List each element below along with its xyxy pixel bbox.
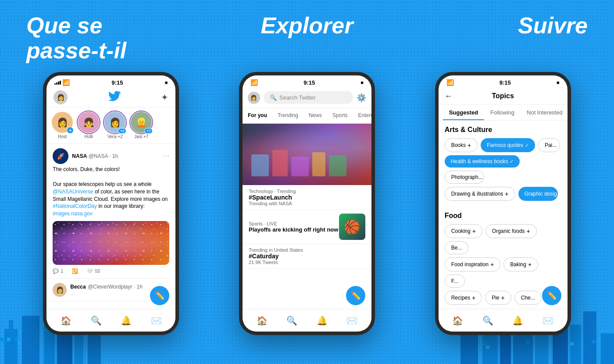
chip-food-inspiration[interactable]: Food inspiration + [445,257,501,271]
chip-health-wellness[interactable]: Health & wellness books ✓ [445,155,520,168]
trending-space-launch[interactable]: Technology · Trending #SpaceLaunch Trend… [243,185,371,210]
trending-caturday[interactable]: Trending in United States #Caturday 21.9… [243,244,371,269]
reply-button[interactable]: 💬 1 [53,268,63,274]
twitter-logo [68,91,161,104]
retweet-button[interactable]: 🔁 [72,268,78,274]
stories-row: 👩 + Host 👧 Holli [46,107,175,144]
chip-recipes[interactable]: Recipes + [445,291,482,305]
trending-playoffs[interactable]: Sports · LIVE Playoffs are kicking off r… [243,210,371,244]
phone-explorer: 📶 9:15 ■ 👩 🔍 Search Twitter ⚙️ For [239,72,375,335]
arts-culture-section: Arts & Culture Books + Famous quotes ✓ P… [439,121,568,207]
chip-organic-foods[interactable]: Organic foods + [485,224,537,238]
status-bar-1: 📶 9:15 ■ [46,75,175,88]
tab-for-you[interactable]: For you [243,108,272,123]
phone-topics: 📶 9:15 ■ ← Topics Suggested Following No… [435,72,571,335]
chip-baking[interactable]: Baking + [503,257,538,271]
profile-avatar[interactable]: 👩 [54,90,68,104]
feed-header: 👩 ✦ [46,88,175,107]
tab-suggested[interactable]: Suggested [443,105,484,120]
section-title-left: Que se passe-t-il [26,13,211,63]
status-bar-2: 📶 9:15 ■ [243,75,371,88]
chip-photography[interactable]: Photograph... [445,171,484,184]
bottom-nav-2: 🏠 🔍 🔔 ✉️ [243,309,371,332]
explorer-avatar[interactable]: 👩 [248,92,260,104]
notifications-nav-2[interactable]: 🔔 [317,315,328,326]
bottom-nav-3: 🏠 🔍 🔔 ✉️ [439,309,568,332]
home-nav-2[interactable]: 🏠 [257,315,268,326]
chip-drawing[interactable]: Drawing & illustrations + [445,187,515,201]
story-jasi[interactable]: 👱 +7 Jasi +7 [131,112,152,139]
chip-painting[interactable]: Pai... [538,138,560,152]
messages-nav-2[interactable]: ✉️ [346,315,357,326]
home-nav-button[interactable]: 🏠 [61,315,71,326]
chip-pie[interactable]: Pie + [485,291,511,305]
tweet-text: The colors, Duke, the colors! Our space … [53,166,169,218]
messages-nav-3[interactable]: ✉️ [543,315,553,326]
topics-tabs: Suggested Following Not Interested [439,105,568,121]
phone-feed: 📶 9:15 ■ 👩 ✦ [43,72,179,335]
like-button[interactable]: 🤍 55 [87,268,100,274]
compose-button-3[interactable]: ✏️ [542,286,561,305]
explorer-search-bar: 👩 🔍 Search Twitter ⚙️ [243,88,371,108]
tab-entertainment[interactable]: Entertai... [353,108,371,123]
tweet-more-button[interactable]: ··· [164,152,169,160]
chip-cheese[interactable]: Che... [514,291,542,305]
notifications-nav-button[interactable]: 🔔 [121,315,132,326]
chip-f[interactable]: F... [445,275,465,288]
tab-trending[interactable]: Trending [272,108,303,123]
notifications-nav-3[interactable]: 🔔 [512,315,523,326]
tweet-actions: 💬 1 🔁 🤍 55 [53,268,169,274]
explorer-tabs: For you Trending News Sports Entertai... [243,108,371,124]
search-nav-button[interactable]: 🔍 [91,315,102,326]
sparkle-icon[interactable]: ✦ [161,92,168,103]
compose-button[interactable]: ✏️ [150,286,169,305]
playoffs-thumbnail: 🏀 [339,214,365,240]
search-nav-2[interactable]: 🔍 [286,315,297,326]
topics-header: ← Topics [439,88,568,105]
story-vera[interactable]: 👩 +2 Vera +2 [104,112,125,139]
messages-nav-button[interactable]: ✉️ [151,315,162,326]
chip-famous-quotes[interactable]: Famous quotes ✓ [481,138,535,152]
search-nav-3[interactable]: 🔍 [482,315,493,326]
section-title-right: Suivre [403,13,588,38]
story-holli[interactable]: 👧 Holli [78,112,99,139]
trending-hero-image [243,124,371,185]
chip-beer[interactable]: Be... [445,241,469,254]
tab-news[interactable]: News [303,108,327,123]
chip-graphic-design[interactable]: Graphic desig... [518,187,558,201]
settings-icon[interactable]: ⚙️ [357,93,366,103]
becca-avatar[interactable]: 👩 [53,283,67,297]
story-host[interactable]: 👩 + Host [52,112,73,139]
search-input[interactable]: 🔍 Search Twitter [264,91,353,104]
tweet-nasa: 🚀 NASA @NASA · 1h ··· The colors, Duke, … [46,144,175,279]
section-title-middle: Explorer [214,13,400,38]
status-bar-3: 📶 9:15 ■ [439,75,568,88]
tab-not-interested[interactable]: Not Interested [521,105,568,120]
tweet-image [53,221,169,265]
tab-sports[interactable]: Sports [327,108,353,123]
chip-cooking[interactable]: Cooking + [445,224,482,238]
bottom-nav-1: 🏠 🔍 🔔 ✉️ [46,309,175,332]
tab-following[interactable]: Following [484,105,521,120]
chip-books[interactable]: Books + [445,138,478,152]
compose-button-2[interactable]: ✏️ [346,286,365,305]
home-nav-3[interactable]: 🏠 [452,315,463,326]
back-button[interactable]: ← [445,92,453,101]
nasa-avatar[interactable]: 🚀 [53,148,68,164]
